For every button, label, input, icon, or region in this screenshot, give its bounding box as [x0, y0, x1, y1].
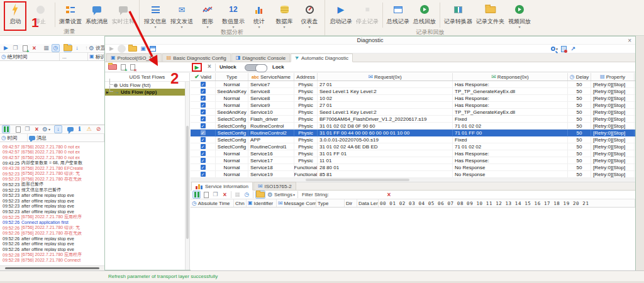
- log-row[interactable]: 09:52:25[6756] 2022.7.21.780 应用程序: [0, 214, 104, 220]
- diag-export-icon[interactable]: ↗: [569, 45, 577, 53]
- diag-search-icon[interactable]: ▾: [550, 45, 558, 53]
- column-header-Delay[interactable]: ◷Delay: [568, 73, 591, 80]
- log-row[interactable]: 09:52:23报文信息显示已暂停: [0, 187, 104, 193]
- service-row-Flash_driver[interactable]: ✓SelectConfigFlash_driverPhysicBF7006AM6…: [191, 116, 635, 123]
- log-info-icon[interactable]: ℹ: [75, 125, 84, 133]
- column-header-时间[interactable]: ◷时间: [0, 134, 28, 142]
- service-row-RoutineControl1[interactable]: ✓SelectConfigRoutineControl1Physic31 01 …: [191, 143, 635, 150]
- scrollbar-thumb[interactable]: [306, 179, 409, 181]
- log-gear-icon[interactable]: ⚙▾: [42, 125, 50, 133]
- valid-checkbox[interactable]: ✓: [201, 151, 206, 156]
- trace-up-icon[interactable]: ↑: [82, 44, 91, 52]
- valid-checkbox[interactable]: ✓: [201, 116, 206, 121]
- stop-flow-icon[interactable]: ×: [206, 63, 213, 70]
- column-header-消息[interactable]: 消息: [28, 134, 104, 142]
- log-warn-icon[interactable]: ⚠: [85, 125, 93, 133]
- ribbon-button-record-folder-icon[interactable]: 记录文件夹: [474, 1, 506, 26]
- log-row[interactable]: 09:52:23after offline replay stop eve: [0, 204, 104, 209]
- si-clear-icon[interactable]: ×: [385, 191, 393, 199]
- service-row-Service7[interactable]: ✓NormalService7Physic27 01Has Response:5…: [191, 81, 635, 88]
- service-row-Service9[interactable]: ✓NormalService9Physic27 01Has Response:5…: [191, 102, 635, 109]
- diag-save-icon[interactable]: ▣: [139, 45, 147, 53]
- ribbon-button-start-record-icon[interactable]: ▶启动记录: [328, 1, 354, 26]
- ribbon-button-system-message-icon[interactable]: 系统消息: [84, 1, 110, 26]
- log-row[interactable]: 09:52:23after offline replay stop eve: [0, 192, 104, 198]
- ribbon-button-video-replay-icon[interactable]: 视频回放▾: [506, 1, 533, 29]
- column-header-ServiceName[interactable]: abcServiceName: [248, 73, 294, 80]
- column-header-Address[interactable]: Address: [294, 73, 318, 80]
- trace-close-icon[interactable]: ×: [30, 44, 38, 52]
- ribbon-button-message-list-icon[interactable]: 报文信息▾: [142, 1, 169, 29]
- ribbon-button-comment-icon[interactable]: 实时注释: [110, 1, 136, 26]
- lock-toggle[interactable]: [245, 64, 267, 71]
- valid-checkbox[interactable]: ✓: [201, 130, 206, 135]
- ribbon-button-bus-replay-icon[interactable]: 总线回放: [411, 1, 438, 26]
- service-row-Service18[interactable]: ✓NormalService18Functional28 80 01No Res…: [191, 164, 635, 171]
- log-horizontal-scrollbar[interactable]: [0, 265, 104, 270]
- ribbon-button-message-send-icon[interactable]: ✉报文发送▾: [169, 1, 195, 29]
- tab-ISO15765-2[interactable]: ✉ISO15765-2: [253, 182, 296, 190]
- column-header-Type[interactable]: Type: [316, 199, 345, 207]
- log-page-icon[interactable]: [14, 125, 22, 133]
- diag-stop-circle-icon[interactable]: [117, 45, 126, 53]
- service-row-Service10[interactable]: ✓SeedAndKeyService10PhysicSeed Level:1 K…: [191, 109, 635, 116]
- service-row-Service8[interactable]: ✓SeedAndKeyService8PhysicSeed Level:1 Ke…: [191, 88, 635, 95]
- tab-Automatic Diagnostic[interactable]: ➤Automatic Diagnostic: [291, 53, 353, 62]
- valid-checkbox[interactable]: ✓: [201, 172, 206, 177]
- valid-checkbox[interactable]: ✓: [201, 109, 206, 114]
- trace-copy-icon[interactable]: ❐: [11, 44, 19, 52]
- si-close-icon[interactable]: ×: [221, 191, 229, 199]
- diag-folder-icon[interactable]: [128, 45, 138, 53]
- trace-grid-icon[interactable]: ▦: [42, 44, 50, 52]
- column-header-Property[interactable]: ▤Property: [591, 73, 635, 80]
- ribbon-button-database-icon[interactable]: 数据库▾: [272, 1, 297, 29]
- column-header-Absolute Time[interactable]: ◷Absolute Time: [191, 199, 234, 207]
- tree-remove-page-icon[interactable]: ×: [128, 63, 136, 71]
- column-header-Request(0x)[interactable]: ✉Request(0x): [318, 73, 453, 80]
- ribbon-button-graph-icon[interactable]: 图形▾: [195, 1, 220, 29]
- trace-copy-plus-icon[interactable]: +: [21, 44, 29, 52]
- service-row-RoutineControl2[interactable]: ✓SelectConfigRoutineControl2Physic31 01 …: [191, 130, 635, 136]
- tree-add-page-icon[interactable]: +: [119, 63, 127, 71]
- si-copy-icon[interactable]: ❐: [211, 191, 219, 199]
- ribbon-button-stop-record-icon[interactable]: ■停止记录: [354, 1, 380, 26]
- log-chat-icon[interactable]: [66, 125, 74, 133]
- ribbon-button-dashboard-icon[interactable]: 仪表盘▾: [297, 1, 322, 29]
- service-row-RoutineControl[interactable]: ✓SelectConfigRoutineControlPhysic31 01 0…: [191, 123, 635, 130]
- tree-item-Uds Flow (fct)[interactable]: Uds Flow (fct): [105, 82, 189, 89]
- ribbon-button-numeric-display-icon[interactable]: 12数值显示▾: [220, 1, 247, 29]
- diag-window-icon[interactable]: [148, 45, 157, 53]
- valid-checkbox[interactable]: ✓: [201, 89, 206, 94]
- si-pause-icon[interactable]: [192, 191, 201, 199]
- service-row-Service16[interactable]: ✓NormalService16Physic31 01 FF 01Has Res…: [191, 150, 635, 157]
- scrollbar-thumb[interactable]: [5, 267, 99, 269]
- log-row[interactable]: 09:42:57[6756] 2022.7.21.780 0 not ex: [0, 150, 104, 155]
- column-header-...[interactable]: ...: [60, 53, 88, 60]
- column-header-Data Len.[interactable]: Data Len.: [357, 199, 379, 207]
- log-pause-icon[interactable]: [2, 125, 10, 133]
- service-row-Service8[interactable]: ✓NormalService8Physic10 02Has Response:5…: [191, 95, 635, 102]
- trace-gear-icon[interactable]: ⚙设置▾: [94, 44, 103, 52]
- ribbon-button-record-converter-icon[interactable]: 记录转换器: [442, 1, 474, 26]
- tab-Diagnostic Console[interactable]: ◨Diagnostic Console: [231, 53, 291, 62]
- si-Filter String:[interactable]: Filter String:: [300, 191, 330, 199]
- column-header-Valid[interactable]: ✔Valid: [191, 73, 216, 80]
- trace-down-icon[interactable]: ↓: [73, 44, 81, 52]
- scrollbar-thumb[interactable]: [186, 126, 189, 239]
- trace-folder-icon[interactable]: [64, 44, 72, 52]
- log-row[interactable]: 09:52:26after offline replay stop eve: [0, 241, 104, 247]
- log-error-icon[interactable]: ⊘: [94, 125, 103, 133]
- log-down-icon[interactable]: ↓: [54, 125, 62, 133]
- service-row-Service19[interactable]: ✓NormalService19Functional85 81No Respon…: [191, 171, 635, 178]
- diag-play-icon[interactable]: ▶: [108, 45, 116, 53]
- tree-item-Uds Flow (app)[interactable]: →Uds Flow (app): [105, 89, 189, 96]
- service-row-APP[interactable]: ✓SelectConfigAPPPhysic3.0.0.01-20220705-…: [191, 136, 635, 143]
- valid-checkbox[interactable]: ✓: [201, 158, 206, 163]
- valid-checkbox[interactable]: ✓: [201, 165, 206, 170]
- trace-clock-icon[interactable]: ◷: [52, 44, 60, 52]
- ribbon-button-measure-setup-icon[interactable]: 测量设置: [57, 1, 84, 26]
- si-clock-icon[interactable]: ◷: [243, 191, 251, 199]
- log-copy-icon[interactable]: ❐: [23, 125, 31, 133]
- log-row[interactable]: 09:52:28[6756] 2022.7.21.780 Connect: [0, 257, 104, 263]
- column-header-绝对时间[interactable]: ◷绝对时间: [0, 53, 60, 60]
